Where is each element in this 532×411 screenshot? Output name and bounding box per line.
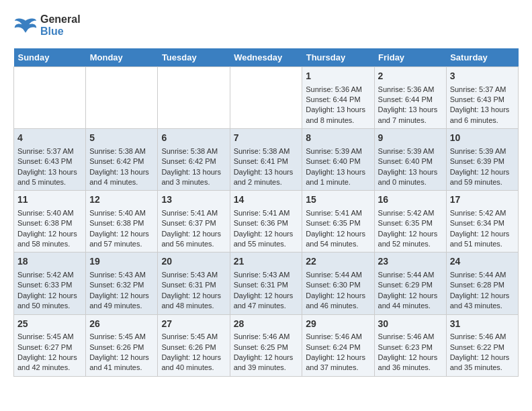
- calendar-cell: 6Sunrise: 5:38 AM Sunset: 6:42 PM Daylig…: [158, 129, 230, 191]
- day-header-saturday: Saturday: [446, 48, 518, 67]
- calendar-cell: 10Sunrise: 5:39 AM Sunset: 6:39 PM Dayli…: [446, 129, 518, 191]
- calendar-cell: 26Sunrise: 5:45 AM Sunset: 6:26 PM Dayli…: [86, 314, 158, 376]
- day-info: Sunrise: 5:38 AM Sunset: 6:42 PM Dayligh…: [89, 147, 149, 186]
- day-info: Sunrise: 5:42 AM Sunset: 6:33 PM Dayligh…: [17, 271, 77, 310]
- day-number: 14: [234, 193, 299, 207]
- day-info: Sunrise: 5:44 AM Sunset: 6:30 PM Dayligh…: [306, 271, 365, 310]
- day-header-friday: Friday: [374, 48, 446, 67]
- calendar-cell: 30Sunrise: 5:46 AM Sunset: 6:23 PM Dayli…: [374, 314, 446, 376]
- day-number: 6: [161, 132, 226, 145]
- calendar-week-3: 11Sunrise: 5:40 AM Sunset: 6:38 PM Dayli…: [14, 191, 519, 253]
- day-info: Sunrise: 5:43 AM Sunset: 6:31 PM Dayligh…: [234, 271, 294, 310]
- day-number: 29: [306, 318, 370, 331]
- day-info: Sunrise: 5:43 AM Sunset: 6:32 PM Dayligh…: [89, 271, 149, 310]
- day-info: Sunrise: 5:42 AM Sunset: 6:34 PM Dayligh…: [450, 209, 510, 248]
- calendar-cell: 2Sunrise: 5:36 AM Sunset: 6:44 PM Daylig…: [374, 67, 446, 129]
- day-number: 25: [17, 318, 82, 331]
- day-number: 5: [89, 132, 154, 145]
- day-number: 23: [378, 255, 443, 269]
- calendar-cell: 23Sunrise: 5:44 AM Sunset: 6:29 PM Dayli…: [374, 253, 446, 314]
- day-number: 4: [17, 132, 82, 145]
- calendar-cell: 7Sunrise: 5:38 AM Sunset: 6:41 PM Daylig…: [230, 129, 302, 191]
- day-number: 24: [450, 255, 515, 269]
- calendar-cell: 22Sunrise: 5:44 AM Sunset: 6:30 PM Dayli…: [302, 253, 374, 314]
- day-info: Sunrise: 5:39 AM Sunset: 6:40 PM Dayligh…: [378, 147, 438, 186]
- day-number: 7: [234, 132, 299, 145]
- day-number: 11: [17, 193, 82, 207]
- day-number: 13: [161, 193, 226, 207]
- day-info: Sunrise: 5:45 AM Sunset: 6:26 PM Dayligh…: [161, 332, 221, 371]
- calendar-cell: 20Sunrise: 5:43 AM Sunset: 6:31 PM Dayli…: [158, 253, 230, 314]
- day-header-thursday: Thursday: [302, 48, 374, 67]
- day-info: Sunrise: 5:38 AM Sunset: 6:42 PM Dayligh…: [161, 147, 221, 186]
- calendar-cell: 28Sunrise: 5:46 AM Sunset: 6:25 PM Dayli…: [230, 314, 302, 376]
- day-number: 1: [306, 70, 370, 83]
- calendar-header-row: SundayMondayTuesdayWednesdayThursdayFrid…: [14, 48, 519, 67]
- day-info: Sunrise: 5:40 AM Sunset: 6:38 PM Dayligh…: [17, 209, 77, 248]
- day-info: Sunrise: 5:39 AM Sunset: 6:40 PM Dayligh…: [306, 147, 365, 186]
- day-info: Sunrise: 5:41 AM Sunset: 6:37 PM Dayligh…: [161, 209, 221, 248]
- day-number: 20: [161, 255, 226, 269]
- calendar-body: 1Sunrise: 5:36 AM Sunset: 6:44 PM Daylig…: [14, 67, 519, 377]
- calendar-cell: 27Sunrise: 5:45 AM Sunset: 6:26 PM Dayli…: [158, 314, 230, 376]
- calendar-cell: 3Sunrise: 5:37 AM Sunset: 6:43 PM Daylig…: [446, 67, 518, 129]
- calendar-cell: 15Sunrise: 5:41 AM Sunset: 6:35 PM Dayli…: [302, 191, 374, 253]
- calendar-cell: 25Sunrise: 5:45 AM Sunset: 6:27 PM Dayli…: [14, 314, 86, 376]
- day-info: Sunrise: 5:41 AM Sunset: 6:36 PM Dayligh…: [234, 209, 294, 248]
- calendar-cell: 8Sunrise: 5:39 AM Sunset: 6:40 PM Daylig…: [302, 129, 374, 191]
- day-header-monday: Monday: [86, 48, 158, 67]
- day-info: Sunrise: 5:42 AM Sunset: 6:35 PM Dayligh…: [378, 209, 438, 248]
- calendar-cell: 13Sunrise: 5:41 AM Sunset: 6:37 PM Dayli…: [158, 191, 230, 253]
- calendar-week-4: 18Sunrise: 5:42 AM Sunset: 6:33 PM Dayli…: [14, 253, 519, 314]
- day-number: 22: [306, 255, 370, 269]
- day-number: 21: [234, 255, 299, 269]
- day-header-wednesday: Wednesday: [230, 48, 302, 67]
- calendar-cell: 19Sunrise: 5:43 AM Sunset: 6:32 PM Dayli…: [86, 253, 158, 314]
- day-info: Sunrise: 5:36 AM Sunset: 6:44 PM Dayligh…: [306, 85, 365, 124]
- day-number: 15: [306, 193, 370, 207]
- calendar-week-2: 4Sunrise: 5:37 AM Sunset: 6:43 PM Daylig…: [14, 129, 519, 191]
- day-info: Sunrise: 5:46 AM Sunset: 6:23 PM Dayligh…: [378, 332, 438, 371]
- day-info: Sunrise: 5:46 AM Sunset: 6:22 PM Dayligh…: [450, 332, 510, 371]
- day-number: 28: [234, 318, 299, 331]
- day-info: Sunrise: 5:37 AM Sunset: 6:43 PM Dayligh…: [450, 85, 510, 124]
- calendar-cell: [14, 67, 86, 129]
- day-info: Sunrise: 5:44 AM Sunset: 6:29 PM Dayligh…: [378, 271, 438, 310]
- calendar-cell: 14Sunrise: 5:41 AM Sunset: 6:36 PM Dayli…: [230, 191, 302, 253]
- calendar-cell: 24Sunrise: 5:44 AM Sunset: 6:28 PM Dayli…: [446, 253, 518, 314]
- calendar-cell: 17Sunrise: 5:42 AM Sunset: 6:34 PM Dayli…: [446, 191, 518, 253]
- calendar-cell: 29Sunrise: 5:46 AM Sunset: 6:24 PM Dayli…: [302, 314, 374, 376]
- calendar-cell: 5Sunrise: 5:38 AM Sunset: 6:42 PM Daylig…: [86, 129, 158, 191]
- day-info: Sunrise: 5:39 AM Sunset: 6:39 PM Dayligh…: [450, 147, 510, 186]
- day-number: 17: [450, 193, 515, 207]
- calendar-cell: [230, 67, 302, 129]
- day-number: 19: [89, 255, 154, 269]
- page-header: General Blue: [13, 13, 519, 38]
- calendar-cell: [86, 67, 158, 129]
- day-info: Sunrise: 5:41 AM Sunset: 6:35 PM Dayligh…: [306, 209, 365, 248]
- calendar-cell: 9Sunrise: 5:39 AM Sunset: 6:40 PM Daylig…: [374, 129, 446, 191]
- logo: General Blue: [13, 13, 81, 38]
- day-number: 10: [450, 132, 515, 145]
- day-number: 12: [89, 193, 154, 207]
- day-header-sunday: Sunday: [14, 48, 86, 67]
- day-info: Sunrise: 5:38 AM Sunset: 6:41 PM Dayligh…: [234, 147, 294, 186]
- day-info: Sunrise: 5:40 AM Sunset: 6:38 PM Dayligh…: [89, 209, 149, 248]
- calendar-cell: 11Sunrise: 5:40 AM Sunset: 6:38 PM Dayli…: [14, 191, 86, 253]
- logo-icon: [13, 15, 38, 36]
- day-number: 2: [378, 70, 443, 83]
- calendar-cell: 18Sunrise: 5:42 AM Sunset: 6:33 PM Dayli…: [14, 253, 86, 314]
- day-number: 3: [450, 70, 515, 83]
- day-info: Sunrise: 5:46 AM Sunset: 6:24 PM Dayligh…: [306, 332, 365, 371]
- day-number: 9: [378, 132, 443, 145]
- calendar-table: SundayMondayTuesdayWednesdayThursdayFrid…: [13, 48, 519, 377]
- calendar-cell: 21Sunrise: 5:43 AM Sunset: 6:31 PM Dayli…: [230, 253, 302, 314]
- day-number: 18: [17, 255, 82, 269]
- day-info: Sunrise: 5:43 AM Sunset: 6:31 PM Dayligh…: [161, 271, 221, 310]
- day-info: Sunrise: 5:36 AM Sunset: 6:44 PM Dayligh…: [378, 85, 438, 124]
- calendar-cell: 31Sunrise: 5:46 AM Sunset: 6:22 PM Dayli…: [446, 314, 518, 376]
- day-info: Sunrise: 5:44 AM Sunset: 6:28 PM Dayligh…: [450, 271, 510, 310]
- day-info: Sunrise: 5:37 AM Sunset: 6:43 PM Dayligh…: [17, 147, 77, 186]
- day-info: Sunrise: 5:46 AM Sunset: 6:25 PM Dayligh…: [234, 332, 294, 371]
- day-number: 30: [378, 318, 443, 331]
